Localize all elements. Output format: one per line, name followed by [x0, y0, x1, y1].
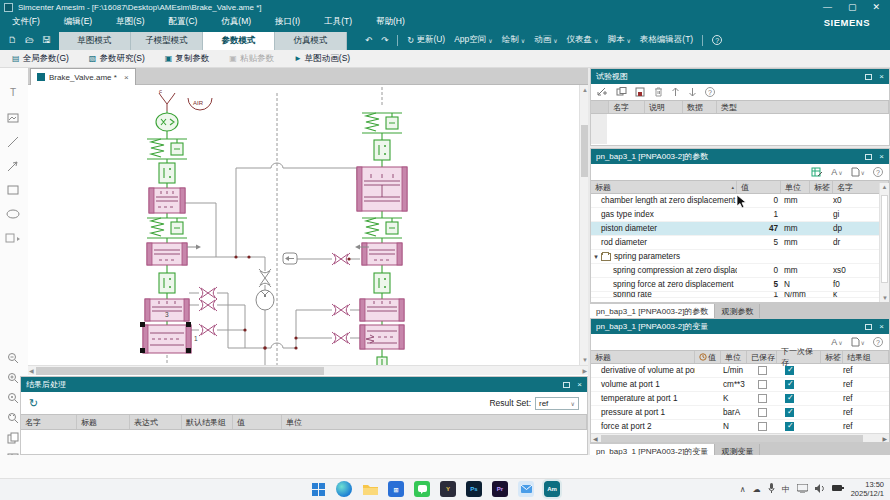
- new-file-icon[interactable]: 🗋: [8, 35, 17, 45]
- close-panel-icon[interactable]: ×: [879, 152, 884, 161]
- refresh-icon[interactable]: ↻: [29, 397, 38, 410]
- help-icon[interactable]: ?: [712, 35, 722, 45]
- ime-indicator[interactable]: 中: [782, 484, 790, 495]
- zoom-out-icon[interactable]: [4, 350, 22, 366]
- tray-expand-icon[interactable]: ∧: [740, 485, 746, 494]
- next-save-checkbox[interactable]: [785, 380, 794, 389]
- document-tab[interactable]: Brake_Valve.ame * ×: [30, 68, 136, 85]
- minimize-button[interactable]: —: [823, 2, 832, 12]
- help-icon[interactable]: ?: [873, 167, 883, 177]
- ellipse-tool-icon[interactable]: [4, 206, 22, 222]
- copy-parameters-button[interactable]: ▣复制参数: [157, 53, 218, 65]
- pneumatic-cylinder[interactable]: [362, 243, 402, 265]
- column-header[interactable]: 结果组: [843, 351, 889, 363]
- scroll-down-icon[interactable]: ▼: [882, 295, 888, 301]
- column-header[interactable]: 下一次保存: [777, 351, 821, 363]
- float-panel-icon[interactable]: [865, 74, 872, 80]
- menu-config[interactable]: 配置(C): [157, 16, 210, 28]
- next-save-checkbox[interactable]: [785, 394, 794, 403]
- column-header[interactable]: 已保存: [747, 351, 777, 363]
- close-panel-icon[interactable]: ×: [577, 380, 582, 389]
- parameter-row[interactable]: rod diameter5mmdr: [591, 236, 889, 250]
- table-editor-button[interactable]: 表格编辑器(T): [640, 34, 693, 46]
- chat-app-icon[interactable]: [414, 481, 430, 497]
- tab-parameter-mode[interactable]: 参数模式: [203, 32, 275, 50]
- menu-help[interactable]: 帮助(H): [364, 16, 417, 28]
- menu-interface[interactable]: 接口(I): [263, 16, 312, 28]
- next-save-checkbox[interactable]: [785, 422, 794, 431]
- speaker-icon[interactable]: [815, 484, 825, 495]
- animation-button[interactable]: 动画∨: [534, 34, 557, 46]
- column-header[interactable]: 标题: [591, 351, 695, 363]
- battery-icon[interactable]: [832, 484, 844, 494]
- sketch-canvas[interactable]: c AIR: [28, 85, 579, 365]
- update-button[interactable]: ↻更新(U): [407, 34, 445, 46]
- tab-simulation-mode[interactable]: 仿真模式: [275, 32, 347, 50]
- scroll-up-icon[interactable]: ▲: [880, 184, 889, 190]
- open-file-icon[interactable]: 🗁: [25, 35, 34, 45]
- global-parameters-button[interactable]: ▤全局参数(G): [4, 53, 77, 65]
- help-icon[interactable]: ?: [705, 87, 715, 97]
- amesim-app-icon[interactable]: Am: [544, 481, 560, 497]
- display-icon[interactable]: [797, 484, 808, 495]
- parameter-row[interactable]: spring compression at zero displacem...0…: [591, 264, 889, 278]
- parameters-scrollbar[interactable]: ▲ ▼: [879, 183, 889, 302]
- tab-sketch-mode[interactable]: 草图模式: [59, 32, 131, 50]
- collapse-caret-icon[interactable]: ▾: [591, 253, 601, 261]
- canvas-horizontal-scrollbar[interactable]: ◀ ▶: [28, 365, 588, 375]
- menu-simulation[interactable]: 仿真(M): [209, 16, 263, 28]
- column-header[interactable]: 标题▴: [591, 181, 737, 193]
- column-header[interactable]: 标签: [821, 351, 843, 363]
- menu-edit[interactable]: 编辑(E): [52, 16, 104, 28]
- pneumatic-valve[interactable]: [360, 325, 404, 349]
- app-space-button[interactable]: App空间∨: [454, 34, 493, 46]
- close-button[interactable]: ✕: [872, 2, 880, 12]
- parameter-study-button[interactable]: ▧参数研究(S): [81, 53, 153, 65]
- column-header[interactable]: 默认结果组: [182, 415, 233, 429]
- pneumatic-valve[interactable]: [140, 322, 191, 353]
- column-header[interactable]: 名字: [609, 101, 645, 113]
- parameter-row[interactable]: gas type index1gi: [591, 208, 889, 222]
- close-panel-icon[interactable]: ×: [879, 322, 884, 331]
- new-experiment-icon[interactable]: [597, 87, 608, 97]
- float-panel-icon[interactable]: [865, 324, 872, 330]
- scroll-right-icon[interactable]: ▶: [882, 435, 887, 442]
- column-header[interactable]: 标签: [810, 181, 833, 193]
- parameter-row[interactable]: spring force at zero displacement5Nf0: [591, 278, 889, 292]
- menu-tools[interactable]: 工具(T): [312, 16, 364, 28]
- premiere-icon[interactable]: Pr: [492, 481, 508, 497]
- parameter-value[interactable]: 1: [737, 210, 781, 219]
- scroll-right-icon[interactable]: ▶: [582, 368, 587, 374]
- font-settings-icon[interactable]: A∨: [831, 337, 842, 347]
- script-button[interactable]: 脚本∨: [607, 34, 630, 46]
- parameter-row[interactable]: ▾spring parameters: [591, 250, 889, 264]
- result-set-select[interactable]: ref ∨: [535, 397, 579, 410]
- mail-app-icon[interactable]: [518, 481, 534, 497]
- parameter-value[interactable]: 47: [737, 224, 781, 233]
- scrollbar-thumb[interactable]: [581, 125, 588, 177]
- next-save-checkbox[interactable]: [785, 408, 794, 417]
- start-button-icon[interactable]: [310, 481, 326, 497]
- menu-file[interactable]: 文件(F): [0, 16, 52, 28]
- font-settings-icon[interactable]: A∨: [831, 167, 842, 177]
- variable-row[interactable]: volume at port 1cm**3ref: [591, 378, 889, 392]
- column-header[interactable]: 类型: [717, 101, 889, 113]
- table-edit-icon[interactable]: [811, 167, 823, 177]
- pneumatic-cylinder[interactable]: [360, 299, 404, 321]
- save-file-icon[interactable]: 🖫: [42, 35, 51, 45]
- column-header[interactable]: 值: [233, 415, 282, 429]
- cloud-icon[interactable]: ☁: [753, 485, 761, 494]
- next-save-checkbox[interactable]: [785, 366, 794, 375]
- scrollbar-thumb[interactable]: [601, 435, 863, 442]
- copy-experiment-icon[interactable]: [616, 87, 627, 97]
- saved-checkbox[interactable]: [758, 394, 767, 403]
- rectangle-tool-icon[interactable]: [4, 182, 22, 198]
- scroll-left-icon[interactable]: ◀: [593, 435, 598, 442]
- line-tool-icon[interactable]: [4, 134, 22, 150]
- column-header[interactable]: 值: [737, 181, 781, 193]
- saved-checkbox[interactable]: [758, 422, 767, 431]
- parameter-value[interactable]: 0: [737, 266, 781, 275]
- saved-checkbox[interactable]: [758, 380, 767, 389]
- arrow-tool-icon[interactable]: [4, 158, 22, 174]
- variable-row[interactable]: temperature at port 1Kref: [591, 392, 889, 406]
